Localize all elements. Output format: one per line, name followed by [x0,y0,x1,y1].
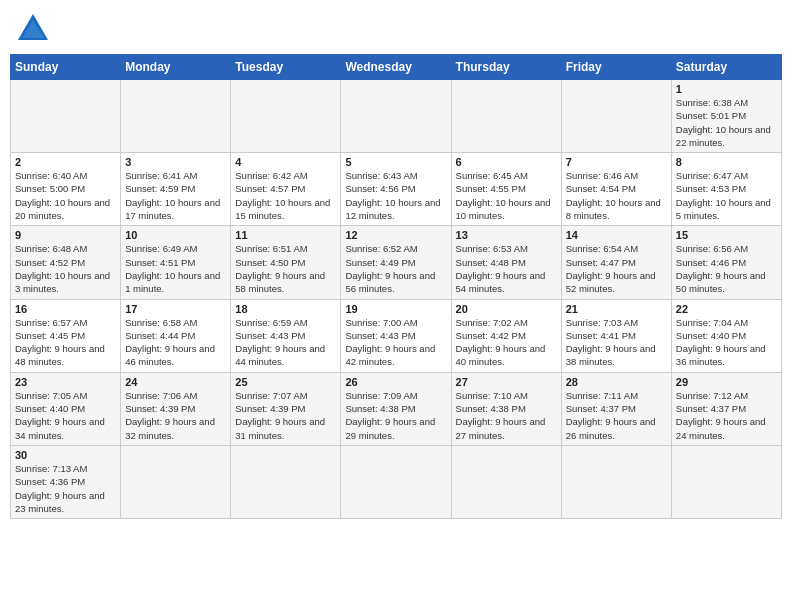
page-header [10,10,782,48]
day-info: Sunrise: 6:49 AM Sunset: 4:51 PM Dayligh… [125,242,226,295]
day-info: Sunrise: 6:51 AM Sunset: 4:50 PM Dayligh… [235,242,336,295]
calendar-header-row: SundayMondayTuesdayWednesdayThursdayFrid… [11,55,782,80]
day-number: 2 [15,156,116,168]
day-number: 1 [676,83,777,95]
day-info: Sunrise: 6:54 AM Sunset: 4:47 PM Dayligh… [566,242,667,295]
day-number: 23 [15,376,116,388]
day-number: 21 [566,303,667,315]
day-number: 19 [345,303,446,315]
day-number: 17 [125,303,226,315]
day-number: 25 [235,376,336,388]
day-info: Sunrise: 7:02 AM Sunset: 4:42 PM Dayligh… [456,316,557,369]
day-number: 20 [456,303,557,315]
calendar-cell: 20Sunrise: 7:02 AM Sunset: 4:42 PM Dayli… [451,299,561,372]
calendar-cell: 5Sunrise: 6:43 AM Sunset: 4:56 PM Daylig… [341,153,451,226]
calendar-cell [341,445,451,518]
day-number: 27 [456,376,557,388]
weekday-header-wednesday: Wednesday [341,55,451,80]
day-info: Sunrise: 6:56 AM Sunset: 4:46 PM Dayligh… [676,242,777,295]
day-info: Sunrise: 7:10 AM Sunset: 4:38 PM Dayligh… [456,389,557,442]
calendar-cell [561,80,671,153]
calendar-cell: 21Sunrise: 7:03 AM Sunset: 4:41 PM Dayli… [561,299,671,372]
day-number: 7 [566,156,667,168]
calendar-cell: 7Sunrise: 6:46 AM Sunset: 4:54 PM Daylig… [561,153,671,226]
calendar-cell [671,445,781,518]
calendar-week-row: 16Sunrise: 6:57 AM Sunset: 4:45 PM Dayli… [11,299,782,372]
day-info: Sunrise: 6:52 AM Sunset: 4:49 PM Dayligh… [345,242,446,295]
calendar-cell: 1Sunrise: 6:38 AM Sunset: 5:01 PM Daylig… [671,80,781,153]
day-info: Sunrise: 6:53 AM Sunset: 4:48 PM Dayligh… [456,242,557,295]
calendar-cell: 30Sunrise: 7:13 AM Sunset: 4:36 PM Dayli… [11,445,121,518]
day-number: 4 [235,156,336,168]
day-info: Sunrise: 6:57 AM Sunset: 4:45 PM Dayligh… [15,316,116,369]
day-info: Sunrise: 6:58 AM Sunset: 4:44 PM Dayligh… [125,316,226,369]
day-info: Sunrise: 7:07 AM Sunset: 4:39 PM Dayligh… [235,389,336,442]
calendar-cell: 23Sunrise: 7:05 AM Sunset: 4:40 PM Dayli… [11,372,121,445]
logo [14,10,52,48]
calendar-cell: 6Sunrise: 6:45 AM Sunset: 4:55 PM Daylig… [451,153,561,226]
calendar-cell: 17Sunrise: 6:58 AM Sunset: 4:44 PM Dayli… [121,299,231,372]
day-info: Sunrise: 6:59 AM Sunset: 4:43 PM Dayligh… [235,316,336,369]
calendar-cell [341,80,451,153]
calendar-cell: 18Sunrise: 6:59 AM Sunset: 4:43 PM Dayli… [231,299,341,372]
weekday-header-sunday: Sunday [11,55,121,80]
day-info: Sunrise: 6:40 AM Sunset: 5:00 PM Dayligh… [15,169,116,222]
weekday-header-thursday: Thursday [451,55,561,80]
day-number: 12 [345,229,446,241]
calendar-cell: 14Sunrise: 6:54 AM Sunset: 4:47 PM Dayli… [561,226,671,299]
calendar-cell [121,445,231,518]
calendar-week-row: 23Sunrise: 7:05 AM Sunset: 4:40 PM Dayli… [11,372,782,445]
day-number: 13 [456,229,557,241]
calendar-cell: 11Sunrise: 6:51 AM Sunset: 4:50 PM Dayli… [231,226,341,299]
day-number: 16 [15,303,116,315]
calendar-cell: 9Sunrise: 6:48 AM Sunset: 4:52 PM Daylig… [11,226,121,299]
day-info: Sunrise: 6:47 AM Sunset: 4:53 PM Dayligh… [676,169,777,222]
day-info: Sunrise: 7:13 AM Sunset: 4:36 PM Dayligh… [15,462,116,515]
day-info: Sunrise: 6:45 AM Sunset: 4:55 PM Dayligh… [456,169,557,222]
calendar-cell: 10Sunrise: 6:49 AM Sunset: 4:51 PM Dayli… [121,226,231,299]
day-number: 5 [345,156,446,168]
day-info: Sunrise: 7:03 AM Sunset: 4:41 PM Dayligh… [566,316,667,369]
weekday-header-friday: Friday [561,55,671,80]
day-number: 8 [676,156,777,168]
weekday-header-tuesday: Tuesday [231,55,341,80]
calendar-cell: 26Sunrise: 7:09 AM Sunset: 4:38 PM Dayli… [341,372,451,445]
weekday-header-saturday: Saturday [671,55,781,80]
day-info: Sunrise: 6:48 AM Sunset: 4:52 PM Dayligh… [15,242,116,295]
day-number: 10 [125,229,226,241]
calendar-week-row: 9Sunrise: 6:48 AM Sunset: 4:52 PM Daylig… [11,226,782,299]
day-number: 6 [456,156,557,168]
calendar-cell: 27Sunrise: 7:10 AM Sunset: 4:38 PM Dayli… [451,372,561,445]
day-info: Sunrise: 7:11 AM Sunset: 4:37 PM Dayligh… [566,389,667,442]
day-info: Sunrise: 7:06 AM Sunset: 4:39 PM Dayligh… [125,389,226,442]
calendar-cell: 28Sunrise: 7:11 AM Sunset: 4:37 PM Dayli… [561,372,671,445]
day-info: Sunrise: 6:42 AM Sunset: 4:57 PM Dayligh… [235,169,336,222]
day-number: 22 [676,303,777,315]
calendar-cell: 2Sunrise: 6:40 AM Sunset: 5:00 PM Daylig… [11,153,121,226]
day-info: Sunrise: 7:00 AM Sunset: 4:43 PM Dayligh… [345,316,446,369]
calendar-cell [451,80,561,153]
calendar-cell [451,445,561,518]
weekday-header-monday: Monday [121,55,231,80]
day-number: 28 [566,376,667,388]
day-number: 3 [125,156,226,168]
calendar-cell [231,445,341,518]
day-info: Sunrise: 6:43 AM Sunset: 4:56 PM Dayligh… [345,169,446,222]
calendar-cell: 24Sunrise: 7:06 AM Sunset: 4:39 PM Dayli… [121,372,231,445]
day-number: 15 [676,229,777,241]
day-number: 26 [345,376,446,388]
day-info: Sunrise: 7:09 AM Sunset: 4:38 PM Dayligh… [345,389,446,442]
calendar-cell: 4Sunrise: 6:42 AM Sunset: 4:57 PM Daylig… [231,153,341,226]
calendar-cell: 22Sunrise: 7:04 AM Sunset: 4:40 PM Dayli… [671,299,781,372]
day-info: Sunrise: 6:38 AM Sunset: 5:01 PM Dayligh… [676,96,777,149]
calendar-cell: 29Sunrise: 7:12 AM Sunset: 4:37 PM Dayli… [671,372,781,445]
day-number: 18 [235,303,336,315]
day-number: 11 [235,229,336,241]
day-number: 30 [15,449,116,461]
calendar-cell: 25Sunrise: 7:07 AM Sunset: 4:39 PM Dayli… [231,372,341,445]
calendar-week-row: 2Sunrise: 6:40 AM Sunset: 5:00 PM Daylig… [11,153,782,226]
day-number: 14 [566,229,667,241]
calendar-week-row: 30Sunrise: 7:13 AM Sunset: 4:36 PM Dayli… [11,445,782,518]
day-number: 29 [676,376,777,388]
day-info: Sunrise: 6:46 AM Sunset: 4:54 PM Dayligh… [566,169,667,222]
